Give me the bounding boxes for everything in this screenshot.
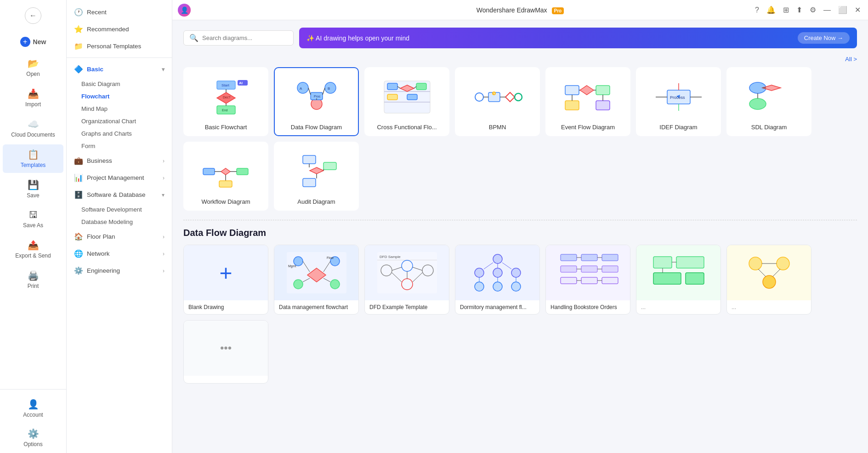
diagram-card-workflow[interactable]: Workflow Diagram <box>183 142 268 211</box>
close-button[interactable]: ✕ <box>853 4 862 16</box>
template-label: Blank Drawing <box>184 300 268 314</box>
svg-rect-74 <box>323 162 336 170</box>
ai-banner[interactable]: ✨ AI drawing helps open your mind Create… <box>299 28 857 48</box>
sidebar-basic-diagram[interactable]: Basic Diagram <box>67 78 172 90</box>
svg-point-11 <box>325 82 336 93</box>
sidebar-category-business[interactable]: 💼 Business › <box>67 152 172 169</box>
template-card-extra2[interactable]: ... <box>726 245 811 315</box>
svg-text:DFD Sample: DFD Sample <box>380 255 401 259</box>
template-card-bookstore[interactable]: Handling Bookstore Orders <box>545 245 630 315</box>
recent-label: Recent <box>87 9 107 16</box>
sidebar-item-open[interactable]: 📂 Open <box>3 53 63 82</box>
sidebar-software-dev[interactable]: Software Development <box>67 203 172 216</box>
template-card-extra1[interactable]: ... <box>636 245 721 315</box>
save-icon: 💾 <box>28 179 39 190</box>
sidebar-graphs-charts[interactable]: Graphs and Charts <box>67 127 172 140</box>
notification-button[interactable]: 🔔 <box>765 4 777 16</box>
svg-rect-120 <box>602 266 618 272</box>
main-content: 👤 Wondershare EdrawMax Pro ? 🔔 ⊞ ⬆ ⚙ — ⬜… <box>172 0 868 453</box>
sidebar-org-chart[interactable]: Organizational Chart <box>67 115 172 127</box>
recommended-icon: ⭐ <box>74 25 83 34</box>
card-image: Start Dec? End AI <box>189 73 263 121</box>
sidebar-category-floor-plan[interactable]: 🏠 Floor Plan › <box>67 228 172 245</box>
svg-rect-45 <box>596 101 610 110</box>
diagram-card-audit[interactable]: Audit Diagram <box>274 142 359 211</box>
svg-point-33 <box>515 93 522 101</box>
user-avatar[interactable]: 👤 <box>178 4 191 17</box>
diagram-card-idef[interactable]: Process IDEF Diagram <box>636 67 721 136</box>
sidebar-category-project[interactable]: 📊 Project Management › <box>67 169 172 186</box>
app-title: Wondershare EdrawMax Pro <box>477 6 564 14</box>
sidebar-item-save[interactable]: 💾 Save <box>3 175 63 203</box>
workflow-illustration <box>201 153 251 190</box>
diagram-card-cross-functional[interactable]: Cross Functional Flo... <box>364 67 449 136</box>
sidebar-recommended[interactable]: ⭐ Recommended <box>67 21 172 38</box>
sidebar-mind-map[interactable]: Mind Map <box>67 103 172 115</box>
sidebar-category-engineering[interactable]: ⚙️ Engineering › <box>67 262 172 279</box>
sidebar-recent[interactable]: 🕐 Recent <box>67 4 172 21</box>
template-card-more[interactable]: ••• <box>183 320 268 384</box>
template-card-dormitory[interactable]: Dormitory management fl... <box>455 245 540 315</box>
svg-rect-119 <box>581 266 597 272</box>
sidebar-item-account[interactable]: 👤 Account <box>3 394 63 423</box>
card-image: A B Proc <box>279 73 353 121</box>
print-icon: 🖨️ <box>28 270 39 281</box>
sidebar-personal-templates[interactable]: 📁 Personal Templates <box>67 38 172 55</box>
apps-button[interactable]: ⊞ <box>781 4 791 16</box>
sidebar-item-export[interactable]: 📤 Export & Send <box>3 235 63 264</box>
minimize-button[interactable]: — <box>822 4 833 16</box>
flowchart-illustration: Start Dec? End AI <box>201 79 251 115</box>
template-card-blank[interactable]: + Blank Drawing <box>183 245 268 315</box>
cross-functional-illustration <box>382 79 432 115</box>
svg-line-14 <box>308 88 311 95</box>
template-card-data-mgmt[interactable]: Mgmt Flow Data management flowchart <box>274 245 359 315</box>
sidebar-category-network[interactable]: 🌐 Network › <box>67 245 172 262</box>
diagram-card-sdl[interactable]: SDL Diagram <box>726 67 811 136</box>
create-now-button[interactable]: Create Now → <box>798 32 850 44</box>
all-link[interactable]: All > <box>183 56 857 63</box>
svg-rect-132 <box>676 257 704 268</box>
back-button[interactable]: ← <box>25 7 41 24</box>
floor-plan-label: Floor Plan <box>87 233 115 240</box>
sidebar-item-print[interactable]: 🖨️ Print <box>3 265 63 294</box>
sidebar-form[interactable]: Form <box>67 140 172 152</box>
diagram-card-bpmn[interactable]: BPMN <box>455 67 540 136</box>
import-icon: 📥 <box>28 88 39 99</box>
settings-button[interactable]: ⚙ <box>808 4 818 16</box>
template-card-dfd-example[interactable]: DFD Sample DFD Example Template <box>364 245 449 315</box>
sidebar-category-software-db[interactable]: 🗄️ Software & Database ▾ <box>67 186 172 203</box>
svg-rect-41 <box>565 86 579 95</box>
diagram-card-event-flow[interactable]: Event Flow Diagram <box>545 67 630 136</box>
templates-label: Templates <box>21 162 46 168</box>
sidebar-flowchart[interactable]: Flowchart <box>67 90 172 103</box>
sidebar-item-new[interactable]: + New <box>3 32 63 52</box>
card-label: Cross Functional Flo... <box>377 124 437 131</box>
share-button[interactable]: ⬆ <box>794 4 804 16</box>
sidebar-item-options[interactable]: ⚙️ Options <box>3 424 63 452</box>
svg-rect-68 <box>219 181 232 187</box>
logo-area: ← <box>0 4 66 31</box>
svg-rect-70 <box>303 178 316 187</box>
diagram-card-data-flow[interactable]: A B Proc Data Flow Diagram <box>274 67 359 136</box>
template-label: Data management flowchart <box>274 300 358 314</box>
sidebar-item-templates[interactable]: 📋 Templates <box>3 144 63 173</box>
sidebar-item-import[interactable]: 📥 Import <box>3 84 63 112</box>
sidebar-db-modeling[interactable]: Database Modeling <box>67 216 172 228</box>
svg-text:B: B <box>328 86 330 91</box>
maximize-button[interactable]: ⬜ <box>836 4 849 16</box>
sidebar-item-cloud[interactable]: ☁️ Cloud Documents <box>3 114 63 143</box>
template-thumbnail-extra2 <box>727 245 811 300</box>
sidebar-category-basic[interactable]: 🔷 Basic ▾ <box>67 61 172 78</box>
svg-text:Mgmt: Mgmt <box>288 264 296 268</box>
help-button[interactable]: ? <box>753 4 761 16</box>
network-icon: 🌐 <box>74 249 83 258</box>
svg-rect-117 <box>602 254 618 261</box>
sidebar-item-save-as[interactable]: 🖫 Save As <box>3 205 63 233</box>
diagram-card-basic-flowchart[interactable]: Start Dec? End AI Basic Flowchart <box>183 67 268 136</box>
search-box[interactable]: 🔍 <box>183 30 294 46</box>
save-as-label: Save As <box>23 222 43 229</box>
card-label: Event Flow Diagram <box>561 124 615 131</box>
search-input[interactable] <box>202 34 288 41</box>
svg-point-102 <box>475 268 484 277</box>
basic-label: Basic <box>87 66 103 73</box>
